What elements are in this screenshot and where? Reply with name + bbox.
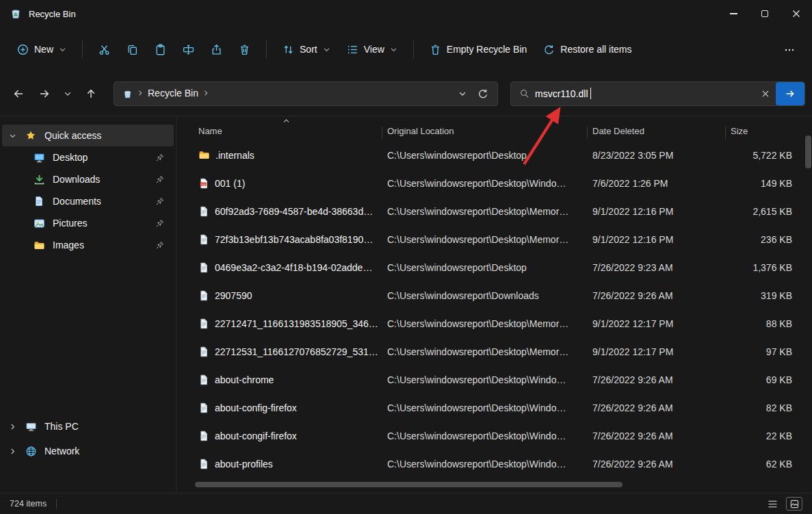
file-size: 2,615 KB <box>725 206 794 217</box>
address-bar[interactable]: Recycle Bin <box>114 81 498 106</box>
file-original-location: C:\Users\windowsreport\Desktop\Memor… <box>382 234 587 245</box>
new-label: New <box>34 44 53 55</box>
table-row[interactable]: 22712531_1166127076852729_531…C:\Users\w… <box>193 337 812 365</box>
file-date-deleted: 7/26/2022 9:23 AM <box>587 262 725 273</box>
maximize-button[interactable] <box>749 0 781 27</box>
horizontal-scrollbar[interactable] <box>195 482 623 487</box>
empty-recycle-bin-button[interactable]: Empty Recycle Bin <box>422 38 534 61</box>
refresh-icon <box>477 88 488 99</box>
rename-button[interactable] <box>175 38 202 61</box>
delete-button[interactable] <box>231 38 258 61</box>
file-size: 5,722 KB <box>725 150 794 161</box>
breadcrumb: Recycle Bin <box>118 88 213 99</box>
file-list-panel: Name Original Location Date Deleted Size… <box>176 116 812 493</box>
file-icon <box>198 402 209 413</box>
new-button[interactable]: New <box>10 38 74 61</box>
sidebar-item-pictures[interactable]: Pictures <box>2 212 174 234</box>
sidebar-item-documents[interactable]: Documents <box>2 190 174 212</box>
table-row[interactable]: 22712471_1166131983518905_346…C:\Users\w… <box>193 309 812 337</box>
details-view-button[interactable] <box>764 497 781 511</box>
chevron-right-icon[interactable] <box>9 448 25 455</box>
cut-button[interactable] <box>91 38 118 61</box>
sort-button[interactable]: Sort <box>275 38 338 61</box>
sidebar-item-quick-access[interactable]: Quick access <box>2 125 174 146</box>
column-headers: Name Original Location Date Deleted Size <box>193 116 812 141</box>
address-dropdown-button[interactable] <box>452 83 473 104</box>
table-row[interactable]: about-congif-firefoxC:\Users\windowsrepo… <box>193 422 812 450</box>
table-row[interactable]: 0469e3a2-c3a2-4f18-b194-02adde…C:\Users\… <box>193 253 812 281</box>
file-name: 001 (1) <box>215 178 245 189</box>
refresh-button[interactable] <box>473 83 493 104</box>
file-icon <box>198 431 209 441</box>
column-header-name[interactable]: Name <box>193 120 382 141</box>
file-date-deleted: 7/26/2022 9:26 AM <box>587 431 725 441</box>
paste-icon <box>155 44 166 55</box>
file-size: 149 KB <box>725 178 794 189</box>
restore-all-items-button[interactable]: Restore all items <box>536 38 639 61</box>
pin-icon <box>155 241 164 250</box>
vertical-scrollbar[interactable] <box>805 136 811 168</box>
chevron-down-icon <box>323 46 330 53</box>
sidebar-item-downloads[interactable]: Downloads <box>2 168 174 190</box>
search-box[interactable]: msvcr110.dll <box>510 81 805 106</box>
paste-button[interactable] <box>147 38 174 61</box>
search-icon <box>519 88 529 99</box>
chevron-right-icon[interactable] <box>9 423 25 431</box>
copy-button[interactable] <box>119 38 146 61</box>
file-icon <box>198 374 209 385</box>
table-row[interactable]: 60f92ad3-7689-4587-be4d-38663d…C:\Users\… <box>193 197 812 225</box>
recent-locations-button[interactable] <box>59 82 77 105</box>
sidebar-item-desktop[interactable]: Desktop <box>2 146 174 168</box>
navigation-bar: Recycle Bin msvcr110.dll <box>0 71 812 116</box>
sidebar: Quick accessDesktopDownloadsDocumentsPic… <box>0 116 176 493</box>
table-row[interactable]: .internalsC:\Users\windowsreport\Desktop… <box>193 141 812 169</box>
sidebar-item-this-pc[interactable]: This PC <box>2 414 174 439</box>
trash-icon <box>239 44 250 55</box>
minimize-button[interactable] <box>718 0 749 27</box>
view-button[interactable]: View <box>339 38 405 61</box>
column-header-size[interactable]: Size <box>725 120 794 141</box>
cut-icon <box>99 44 110 55</box>
back-button[interactable] <box>7 82 30 105</box>
table-row[interactable]: about-config-firefoxC:\Users\windowsrepo… <box>193 394 812 422</box>
file-icon <box>198 206 209 217</box>
table-row[interactable]: 72f3b13ebf13b743acab8fa03f8190…C:\Users\… <box>193 225 812 253</box>
breadcrumb-root[interactable]: Recycle Bin <box>148 88 198 99</box>
more-options-button[interactable] <box>776 38 802 60</box>
column-header-original-location[interactable]: Original Location <box>382 120 587 141</box>
text-cursor <box>590 88 591 99</box>
new-plus-icon <box>17 44 29 55</box>
search-submit-button[interactable] <box>776 82 804 105</box>
file-original-location: C:\Users\windowsreport\Downloads <box>382 290 587 301</box>
restore-all-items-label: Restore all items <box>560 44 631 55</box>
svg-text:PDF: PDF <box>201 183 207 185</box>
forward-button[interactable] <box>33 82 56 105</box>
up-button[interactable] <box>79 82 103 105</box>
star-icon <box>25 130 40 141</box>
file-size: 22 KB <box>725 431 794 441</box>
table-row[interactable]: about-profilesC:\Users\windowsreport\Des… <box>193 450 812 478</box>
clear-search-button[interactable] <box>755 83 776 104</box>
file-original-location: C:\Users\windowsreport\Desktop\Windo… <box>382 178 587 189</box>
file-date-deleted: 9/1/2022 12:17 PM <box>587 318 725 329</box>
file-original-location: C:\Users\windowsreport\Desktop\Windo… <box>382 459 587 470</box>
file-size: 62 KB <box>725 459 794 470</box>
file-name: 72f3b13ebf13b743acab8fa03f8190… <box>215 234 373 245</box>
sidebar-item-network[interactable]: Network <box>2 439 174 463</box>
table-row[interactable]: 2907590C:\Users\windowsreport\Downloads7… <box>193 281 812 309</box>
column-header-date-deleted[interactable]: Date Deleted <box>587 120 725 141</box>
close-icon <box>792 10 800 18</box>
file-icon <box>198 346 209 357</box>
toolbar-separator <box>266 40 267 58</box>
close-button[interactable] <box>781 0 812 27</box>
table-row[interactable]: PDF001 (1)C:\Users\windowsreport\Desktop… <box>193 169 812 197</box>
large-thumbnails-view-button[interactable] <box>786 497 802 511</box>
file-date-deleted: 9/1/2022 12:17 PM <box>587 346 725 357</box>
search-input[interactable]: msvcr110.dll <box>535 88 588 99</box>
file-date-deleted: 7/26/2022 9:26 AM <box>587 374 725 385</box>
share-button[interactable] <box>203 38 230 61</box>
file-original-location: C:\Users\windowsreport\Desktop\Windo… <box>382 402 587 413</box>
table-row[interactable]: about-chromeC:\Users\windowsreport\Deskt… <box>193 365 812 394</box>
pin-icon <box>155 219 164 228</box>
sidebar-item-images[interactable]: Images <box>2 234 174 256</box>
